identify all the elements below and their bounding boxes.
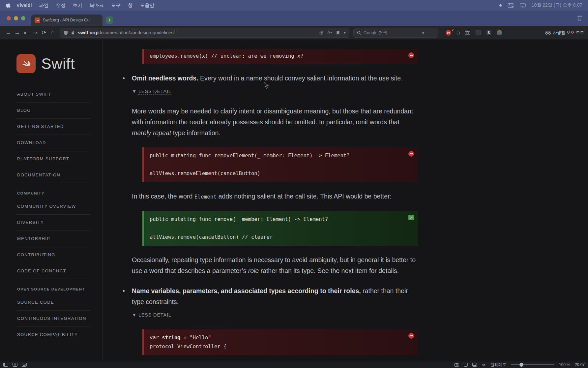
url-host: swift.org [78, 30, 97, 35]
code-line: var string = "Hello" [150, 333, 405, 342]
menu-app-vivaldi[interactable]: Vivaldi [13, 3, 35, 8]
menubar-clock[interactable]: 10월 22일 (금) 오후 8:07 [532, 2, 582, 8]
private-mode-indicator: 사생활 보호 모드 [545, 30, 584, 36]
extension-s-icon[interactable]: S [486, 30, 491, 35]
fast-forward-button[interactable]: ⇥ [31, 29, 40, 36]
closed-tabs-trash-icon[interactable] [577, 15, 582, 21]
sidebar: Swift ABOUT SWIFT BLOG GETTING STARTED D… [0, 40, 103, 361]
less-detail-toggle-1[interactable]: ▼ LESS DETAIL [132, 86, 418, 97]
search-engine-chevron-icon[interactable]: ▾ [422, 30, 425, 36]
bullet-text: Every word in a name should convey salie… [198, 75, 403, 82]
home-button[interactable]: ⌂ [48, 29, 57, 36]
code-text: var [150, 335, 162, 341]
sidebar-item-documentation[interactable]: DOCUMENTATION [16, 167, 90, 183]
sidebar-item-diversity[interactable]: DIVERSITY [16, 215, 90, 231]
capture-page-icon[interactable] [454, 363, 459, 367]
bookmark-flag-icon[interactable] [336, 30, 340, 35]
search-bar[interactable]: ▾ [353, 28, 438, 38]
snapshot-icon[interactable] [464, 363, 468, 367]
page-actions-icon[interactable]: <> [482, 363, 486, 367]
zoom-reset-button[interactable]: 원래대로 [490, 362, 506, 368]
fullscreen-window-button[interactable] [21, 16, 25, 20]
extension-w-icon[interactable]: w2 [446, 30, 451, 36]
sidebar-item-mentorship[interactable]: MENTORSHIP [16, 231, 90, 247]
swift-logo-text: Swift [41, 55, 75, 73]
sidebar-item-platform-support[interactable]: PLATFORM SUPPORT [16, 151, 90, 167]
web-page: Swift ABOUT SWIFT BLOG GETTING STARTED D… [0, 40, 588, 361]
code-text-bold: string [162, 335, 180, 341]
sidebar-item-blog[interactable]: BLOG [16, 103, 90, 119]
tiling-grid-icon[interactable]: ⊞ [319, 30, 324, 36]
code-block-bad-var-string: var string = "Hello" protocol ViewContro… [142, 329, 418, 355]
menu-window[interactable]: 창 [124, 2, 136, 9]
back-button[interactable]: ← [4, 29, 13, 36]
forward-button[interactable]: → [13, 29, 22, 36]
extension-square-icon[interactable] [476, 30, 481, 35]
address-chevron-icon[interactable]: ▾ [344, 30, 346, 35]
sidebar-item-code-of-conduct[interactable]: CODE OF CONDUCT [16, 263, 90, 279]
images-toggle-icon[interactable] [472, 363, 477, 367]
menu-view[interactable]: 보기 [69, 2, 86, 9]
extension-paren-icon[interactable]: (·) [456, 30, 459, 35]
triangle-down-icon: ▼ [132, 89, 137, 94]
tracker-shield-icon[interactable] [64, 30, 68, 35]
sidebar-item-continuous-integration[interactable]: CONTINUOUS INTEGRATION [16, 311, 90, 327]
control-center-icon[interactable] [508, 3, 514, 8]
search-input[interactable] [364, 30, 420, 35]
status-clock: 20:07 [575, 362, 585, 367]
sidebar-item-about-swift[interactable]: ABOUT SWIFT [16, 86, 90, 103]
sidebar-item-community-overview[interactable]: COMMUNITY OVERVIEW [16, 199, 90, 215]
search-icon [357, 31, 361, 35]
tab-swift-org[interactable]: Swift.org - API Design Gui [31, 15, 103, 26]
swift-favicon-icon [35, 17, 40, 23]
apple-menu-icon[interactable] [6, 3, 11, 8]
paragraph-more-words: More words may be needed to clarify inte… [132, 106, 418, 138]
reload-button[interactable]: ⟳ [40, 29, 48, 36]
menu-bookmarks[interactable]: 북마크 [86, 2, 107, 9]
panel-toggle-icon[interactable] [3, 363, 8, 367]
extension-flower-icon[interactable] [497, 30, 502, 35]
paragraph-text: type information. [171, 129, 220, 137]
paragraph-in-this-case: In this case, the word Element adds noth… [132, 191, 418, 202]
tab-bar: Swift.org - API Design Gui + [0, 11, 588, 26]
close-window-button[interactable] [7, 16, 11, 20]
new-tab-button[interactable]: + [106, 16, 113, 24]
zoom-slider[interactable] [511, 364, 554, 365]
url-text[interactable]: swift.org/documentation/api-design-guide… [78, 30, 175, 35]
menu-file[interactable]: 파일 [35, 2, 52, 9]
code-block-good-remove: public mutating func remove(_ member: El… [142, 211, 418, 246]
swift-logo[interactable]: Swift [16, 54, 102, 73]
less-detail-toggle-2[interactable]: ▼ LESS DETAIL [132, 310, 418, 321]
paragraph-text: More words may be needed to clarify inte… [132, 107, 413, 126]
menu-edit[interactable]: 수정 [52, 2, 69, 9]
address-bar[interactable]: swift.org/documentation/api-design-guide… [60, 28, 349, 38]
screen: Vivaldi 파일 수정 보기 북마크 도구 창 도움말 10월 22일 (금… [0, 0, 588, 368]
less-detail-label: LESS DETAIL [138, 89, 171, 95]
capture-camera-icon[interactable] [465, 30, 470, 35]
sidebar-item-contributing[interactable]: CONTRIBUTING [16, 247, 90, 263]
minimize-window-button[interactable] [14, 16, 18, 20]
code-line: employees.remove(x) // unclear: are we r… [150, 52, 405, 61]
menu-tools[interactable]: 도구 [107, 2, 124, 9]
screen-mirroring-icon[interactable] [520, 3, 526, 8]
no-entry-icon [408, 151, 414, 157]
reader-view-icon[interactable]: A≈ [327, 30, 332, 35]
rewind-button[interactable]: ⇤ [22, 29, 31, 36]
bullet-omit-needless-words: Omit needless words. Every word in a nam… [132, 73, 418, 97]
paragraph-text: rather than its type. See the next item … [259, 267, 399, 274]
status-indicator-icon [499, 4, 502, 7]
sidebar-item-source-compatibility[interactable]: SOURCE COMPATIBILITY [16, 327, 90, 343]
zoom-level[interactable]: 100 % [559, 362, 570, 367]
no-entry-icon [408, 52, 414, 58]
zoom-slider-knob[interactable] [519, 363, 523, 367]
extensions-area: w2 (·) S [446, 30, 502, 36]
sidebar-item-source-code[interactable]: SOURCE CODE [16, 294, 90, 311]
lock-icon[interactable] [71, 30, 75, 35]
keyboard-toggle-icon[interactable] [22, 363, 27, 367]
macos-menu-bar: Vivaldi 파일 수정 보기 북마크 도구 창 도움말 10월 22일 (금… [0, 0, 588, 11]
code-line: public mutating func removeElement(_ mem… [150, 151, 405, 160]
menu-help[interactable]: 도움말 [136, 2, 158, 9]
sidebar-item-getting-started[interactable]: GETTING STARTED [16, 119, 90, 135]
sidebar-item-download[interactable]: DOWNLOAD [16, 135, 90, 151]
tiling-toggle-icon[interactable] [13, 363, 17, 367]
